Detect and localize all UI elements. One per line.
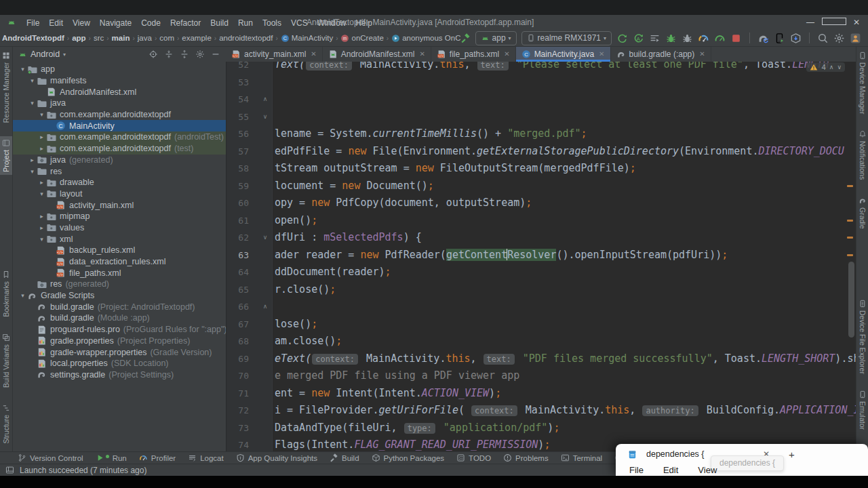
fold-marker-icon[interactable]: ∧ — [260, 91, 271, 108]
layout-toggle-icon[interactable] — [5, 466, 14, 474]
tree-item-layout[interactable]: ▾layout — [13, 188, 226, 200]
tree-item-activity-main-xml[interactable]: </>activity_main.xml — [13, 199, 226, 211]
fold-marker-icon[interactable]: ∨ — [260, 108, 271, 126]
collapse-all-icon[interactable] — [180, 49, 189, 59]
code-line-52[interactable]: Text(context: MainActivity.this, text: "… — [275, 62, 856, 74]
tree-item-settings-gradle[interactable]: settings.gradle(Project Settings) — [13, 369, 226, 381]
menu-view[interactable]: View — [68, 18, 95, 28]
tree-item-gradle-wrapper-properties[interactable]: gradle-wrapper.properties(Gradle Version… — [13, 346, 226, 358]
code-line-67[interactable]: lose(); — [275, 316, 856, 333]
debug-icon[interactable] — [665, 33, 677, 44]
tree-item-local-properties[interactable]: local.properties(SDK Location) — [13, 358, 226, 369]
tree-item-values[interactable]: ▸values — [13, 222, 226, 234]
code-line-62[interactable]: dfUri : mSelectedPdfs) { — [275, 229, 856, 247]
close-button[interactable]: ✕ — [845, 15, 868, 30]
sdk-manager-icon[interactable] — [790, 33, 802, 44]
tree-item-mainactivity[interactable]: CMainActivity — [13, 120, 226, 131]
tool-window-button-build[interactable]: Build — [330, 453, 359, 462]
tool-stripe-resource-manager[interactable]: Resource Manager — [0, 49, 12, 125]
tool-window-button-app-quality-insights[interactable]: App Quality Insights — [236, 453, 317, 462]
notepad-window[interactable]: dependencies { ✕ + dependencies { FileEd… — [616, 444, 868, 476]
code-line-54[interactable] — [275, 91, 856, 108]
inspection-widget[interactable]: 4 ∧ ∨ — [806, 62, 845, 72]
tree-item-com-example-androidtextopdf[interactable]: ▸com.example.androidtextopdf(test) — [13, 143, 226, 155]
close-icon[interactable]: ✕ — [419, 50, 425, 58]
breadcrumb-item[interactable]: main — [112, 34, 130, 42]
tool-stripe-notifications[interactable]: Notifications — [856, 127, 868, 182]
tool-window-button-logcat[interactable]: Logcat — [188, 453, 224, 462]
fold-marker-icon[interactable]: ∨ — [260, 229, 271, 247]
settings-icon[interactable] — [833, 33, 845, 44]
menu-tools[interactable]: Tools — [258, 18, 286, 28]
close-icon[interactable]: ✕ — [699, 50, 705, 58]
code-editor[interactable]: 525354∧55∨56575859606162∨63646566∧676869… — [226, 62, 856, 451]
notepad-menu-file[interactable]: File — [629, 465, 644, 475]
tree-item-java[interactable]: ▾java — [13, 98, 226, 109]
tree-chevron-icon[interactable]: ▾ — [18, 292, 27, 299]
code-line-64[interactable]: ddDocument(reader); — [275, 264, 856, 281]
menu-refactor[interactable]: Refactor — [165, 18, 205, 28]
editor-tab-build-gradle-app-[interactable]: build.gradle (:app)✕ — [611, 46, 711, 62]
tool-window-button-profiler[interactable]: Profiler — [139, 453, 176, 462]
settings-icon[interactable] — [195, 49, 205, 59]
editor-tab-file-paths-xml[interactable]: </>file_paths.xml✕ — [431, 46, 516, 62]
tree-item-mipmap[interactable]: ▸mipmap — [13, 211, 226, 222]
tree-chevron-icon[interactable]: ▾ — [28, 168, 37, 175]
tree-chevron-icon[interactable]: ▾ — [37, 190, 46, 197]
tool-stripe-build-variants[interactable]: Build Variants — [0, 331, 12, 390]
tree-item-res[interactable]: ▾res — [13, 165, 226, 177]
breadcrumb-item[interactable]: androidtextopdf — [219, 34, 273, 42]
tree-item-manifests[interactable]: ▾manifests — [13, 75, 226, 87]
tree-chevron-icon[interactable]: ▸ — [37, 134, 46, 140]
tree-chevron-icon[interactable]: ▾ — [28, 100, 37, 106]
tree-item-proguard-rules-pro[interactable]: proguard-rules.pro(ProGuard Rules for ":… — [13, 324, 226, 336]
code-line-66[interactable] — [275, 298, 856, 316]
tree-item-androidmanifest-xml[interactable]: AndroidManifest.xml — [13, 86, 226, 98]
tool-stripe-structure[interactable]: Structure — [0, 401, 12, 447]
tree-item-build-gradle[interactable]: build.gradle(Module :app) — [13, 312, 226, 324]
tree-chevron-icon[interactable]: ▸ — [28, 157, 37, 163]
code-line-56[interactable]: lename = System.currentTimeMillis() + "m… — [275, 125, 856, 143]
tree-chevron-icon[interactable]: ▸ — [37, 179, 46, 186]
tree-chevron-icon[interactable]: ▾ — [37, 236, 46, 243]
tool-stripe-bookmarks[interactable]: Bookmarks — [0, 268, 12, 320]
menu-edit[interactable]: Edit — [44, 18, 68, 28]
minimize-button[interactable]: — — [799, 15, 822, 30]
notepad-menu-view[interactable]: View — [698, 465, 717, 475]
tree-item-gradle-properties[interactable]: gradle.properties(Project Properties) — [13, 336, 226, 347]
tree-item-data-extraction-rules-xml[interactable]: </>data_extraction_rules.xml — [13, 256, 226, 268]
run-configurations-icon[interactable] — [649, 33, 660, 44]
menu-run[interactable]: Run — [233, 18, 258, 28]
code-line-72[interactable]: i = FileProvider.getUriForFile( context:… — [275, 402, 856, 420]
breadcrumb-item[interactable]: CMainActivity — [281, 34, 333, 43]
code-line-61[interactable]: open(); — [275, 212, 856, 230]
tree-chevron-icon[interactable]: ▸ — [37, 145, 46, 152]
tree-item-res[interactable]: res(generated) — [13, 279, 226, 290]
tool-stripe-emulator[interactable]: Emulator — [856, 388, 868, 432]
prev-problem-icon[interactable]: ∧ — [829, 64, 834, 70]
tool-window-button-terminal[interactable]: Terminal — [561, 453, 602, 462]
code-line-63[interactable]: ader reader = new PdfReader(getContentRe… — [275, 247, 856, 264]
tool-stripe-device-manager[interactable]: Device Manager — [856, 49, 868, 117]
tree-chevron-icon[interactable]: ▾ — [37, 111, 46, 118]
tree-item-com-example-androidtextopdf[interactable]: ▸com.example.androidtextopdf(androidTest… — [13, 131, 226, 143]
run-config-selector[interactable]: app ▾ — [475, 31, 517, 45]
breadcrumb-item[interactable]: example — [182, 34, 211, 42]
editor-tab-mainactivity-java[interactable]: CMainActivity.java✕ — [516, 46, 611, 62]
next-problem-icon[interactable]: ∨ — [837, 64, 842, 70]
breadcrumb-item[interactable]: anonymous OnClickListener — [391, 34, 460, 43]
tree-item-gradle-scripts[interactable]: ▾Gradle Scripts — [13, 290, 226, 302]
menu-file[interactable]: File — [22, 18, 44, 28]
code-line-57[interactable]: edPdfFile = new File(Environment.getExte… — [275, 143, 856, 161]
profiler-icon[interactable] — [698, 33, 709, 44]
code-line-71[interactable]: ent = new Intent(Intent.ACTION_VIEW); — [275, 385, 856, 403]
notepad-menu-edit[interactable]: Edit — [663, 465, 678, 475]
code-line-70[interactable]: e merged PDF file using a PDF viewer app — [275, 367, 856, 385]
tree-item-backup-rules-xml[interactable]: </>backup_rules.xml — [13, 245, 226, 256]
project-view-mode[interactable]: Android — [31, 49, 60, 59]
breadcrumb-item[interactable]: AndroidTextopdf — [2, 34, 64, 42]
tree-chevron-icon[interactable]: ▾ — [28, 77, 37, 84]
user-avatar-icon[interactable] — [850, 33, 861, 44]
tree-chevron-icon[interactable]: ▸ — [37, 224, 46, 231]
expand-all-icon[interactable] — [164, 49, 174, 59]
